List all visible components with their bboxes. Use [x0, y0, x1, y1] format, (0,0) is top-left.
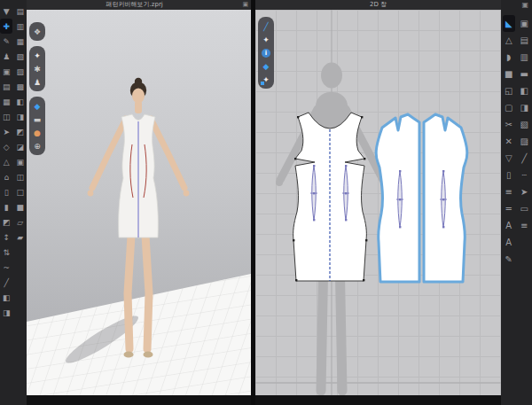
jacket-seam-icon[interactable]: ◨ — [518, 99, 530, 116]
seam-machine-1-icon[interactable]: ▣ — [518, 15, 530, 32]
seam-machine-3-icon[interactable]: ▥ — [518, 49, 530, 66]
edit-pattern-icon[interactable]: ╱ — [259, 19, 273, 33]
dart-tool-icon[interactable]: ◇ — [0, 139, 12, 154]
sewing-machine-3-icon[interactable]: ▦ — [0, 94, 12, 109]
annotation-tool-icon[interactable]: A — [503, 234, 515, 251]
sync-panel-icon[interactable]: ◆ — [259, 59, 273, 73]
seam-machine-2-icon[interactable]: ▤ — [518, 32, 530, 49]
knit-seam-icon[interactable]: ▨ — [518, 133, 530, 150]
panel-3d-settings-icon[interactable]: ▣ — [242, 0, 248, 10]
print-tool-icon[interactable]: ◪ — [14, 139, 27, 154]
avatar-arm-right — [151, 119, 184, 188]
panel-2d-settings-icon[interactable]: ▣ — [521, 1, 528, 10]
basting-line-icon[interactable]: ┄ — [518, 167, 530, 183]
pin-2-icon[interactable]: ➤ — [518, 183, 530, 200]
sync-2d3d-icon[interactable]: ◆ — [30, 99, 44, 113]
garment-fit-1-icon[interactable]: ◧ — [0, 290, 12, 305]
measure-tool-icon[interactable]: ◫ — [14, 169, 27, 184]
brush-tool-icon[interactable]: ╱ — [0, 275, 12, 290]
fabric-roll-icon[interactable]: ▯ — [503, 167, 515, 183]
edit-sculpt-icon[interactable]: ✎ — [0, 34, 12, 49]
fabric-tool-icon[interactable]: ◨ — [14, 109, 27, 124]
right-toolbar-column-2: ▣▤▥▬◧◨▧▨╱┄➤▭≡ — [517, 12, 532, 268]
panel-3d-title: 패턴커버해보기.zprj — [27, 0, 242, 10]
show-base-pattern-icon[interactable]: ✦ — [259, 73, 273, 86]
panel-divider[interactable] — [251, 0, 255, 405]
pin-garment-icon[interactable]: ✱ — [30, 62, 44, 75]
pants-1-icon[interactable]: ▯ — [0, 184, 12, 199]
avatar-shoe-right — [144, 351, 153, 357]
shirring-tool-icon[interactable]: ▱ — [14, 214, 27, 230]
press-tool-icon[interactable]: ▬ — [30, 113, 44, 126]
fabric-strip-icon[interactable]: ▭ — [518, 200, 530, 217]
viewport-2d-toolbar: ╱✦i◆✦ — [258, 17, 274, 94]
fold-arrange-icon[interactable]: ◱ — [503, 82, 515, 99]
pattern-front-piece[interactable] — [293, 113, 367, 281]
avatar-skin-icon[interactable]: ● — [30, 126, 44, 139]
pattern-brush-icon[interactable]: ✎ — [503, 251, 515, 268]
text-tool-icon[interactable]: A — [503, 217, 515, 234]
pattern-back-right-piece[interactable] — [424, 114, 467, 282]
iron-press-icon[interactable]: ▬ — [518, 66, 530, 82]
simulate-icon[interactable]: ▼ — [0, 4, 12, 19]
texture-tool-icon[interactable]: ◩ — [14, 124, 27, 139]
pants-tool-icon[interactable]: ▦ — [14, 34, 27, 49]
show-avatar-icon[interactable]: ♟ — [30, 75, 44, 89]
view-cube-icon[interactable]: ❖ — [30, 25, 44, 38]
show-garment-icon[interactable]: ✦ — [30, 49, 44, 62]
viewport-3d-toolbar: ❖ ✦✱♟ ◆▬●⊕ — [29, 22, 45, 160]
right-toolbar-column-1: ◣△◗■◱▢✂✕▽▯≡=AA✎ — [501, 12, 517, 268]
pen-tool-icon[interactable]: ◣ — [503, 15, 515, 32]
rounded-rect-icon[interactable]: ▢ — [503, 99, 515, 116]
polygon-tool-icon[interactable]: △ — [503, 32, 515, 49]
zipper-tool-icon[interactable]: ▩ — [14, 79, 27, 94]
pattern-back-left-piece[interactable] — [376, 114, 419, 282]
arm-pose-icon[interactable]: ↕ — [0, 230, 12, 245]
flask-tool-icon[interactable]: ▽ — [503, 150, 515, 167]
avatar-hand-right — [184, 191, 190, 197]
fitting-map-icon[interactable]: ▰ — [14, 230, 27, 245]
jacket-tool-icon[interactable]: ▧ — [14, 49, 27, 64]
sewing-machine-2-icon[interactable]: ▤ — [0, 79, 12, 94]
tshirt-seam-icon[interactable]: ◧ — [518, 82, 530, 99]
steamer-icon[interactable]: ≡ — [518, 217, 530, 234]
avatar-pair-icon[interactable]: ◩ — [0, 214, 12, 230]
view-mode-group: ❖ — [29, 22, 45, 41]
show-garment-2d-icon[interactable]: ✦ — [259, 33, 273, 46]
solidify-icon[interactable]: △ — [0, 154, 12, 169]
notch-tool-icon[interactable]: ✕ — [503, 133, 515, 150]
arc-tool-icon[interactable]: ◗ — [503, 49, 515, 66]
right-toolbar: ▣ ◣△◗■◱▢✂✕▽▯≡=AA✎ ▣▤▥▬◧◨▧▨╱┄➤▭≡ — [501, 0, 532, 405]
tshirt-tool-icon[interactable]: ▤ — [14, 4, 27, 19]
rectangle-tool-icon[interactable]: ■ — [503, 66, 515, 82]
hat-tool-icon[interactable]: ⌂ — [0, 169, 12, 184]
pin-tool-icon[interactable]: ➤ — [0, 124, 12, 139]
topstitch-tool-icon[interactable]: ■ — [14, 199, 27, 214]
show-environment-icon[interactable]: ⊕ — [30, 139, 44, 152]
pattern-info-icon[interactable]: i — [259, 46, 273, 59]
avatar-display-icon[interactable]: ♟ — [0, 49, 12, 64]
avatar-size-icon[interactable]: ⇅ — [0, 245, 12, 260]
seam-slash-icon[interactable]: ╱ — [518, 150, 530, 167]
skirt-tool-icon[interactable]: ▥ — [14, 19, 27, 34]
viewport-3d[interactable]: ❖ ✦✱♟ ◆▬●⊕ — [27, 10, 251, 395]
display-2d-group: ╱✦i◆✦ — [258, 17, 274, 89]
hem-ruler-icon[interactable]: ≡ — [503, 183, 515, 200]
display-3d-group: ◆▬●⊕ — [29, 97, 45, 155]
trim-tool-icon[interactable]: ◧ — [14, 94, 27, 109]
garment-fit-2-icon[interactable]: ◨ — [0, 305, 12, 320]
seam-ruler-icon[interactable]: = — [503, 200, 515, 217]
sewing-machine-1-icon[interactable]: ▣ — [0, 64, 12, 79]
scene-3d — [27, 10, 251, 395]
button-pair-icon[interactable]: ◫ — [0, 109, 12, 124]
tape-tool-icon[interactable]: □ — [14, 184, 27, 199]
viewport-2d[interactable]: ╱✦i◆✦ — [255, 10, 501, 395]
move-gizmo-icon[interactable]: ✚ — [0, 19, 12, 34]
dress-tool-icon[interactable]: ▨ — [14, 64, 27, 79]
pants-2-icon[interactable]: ▮ — [0, 199, 12, 214]
colorway-tool-icon[interactable]: ▣ — [14, 154, 27, 169]
sweater-seam-icon[interactable]: ▧ — [518, 116, 530, 133]
curve-tool-icon[interactable]: ~ — [0, 260, 12, 275]
scissors-icon[interactable]: ✂ — [503, 116, 515, 133]
panel-2d: 2D 창 — [255, 0, 501, 395]
